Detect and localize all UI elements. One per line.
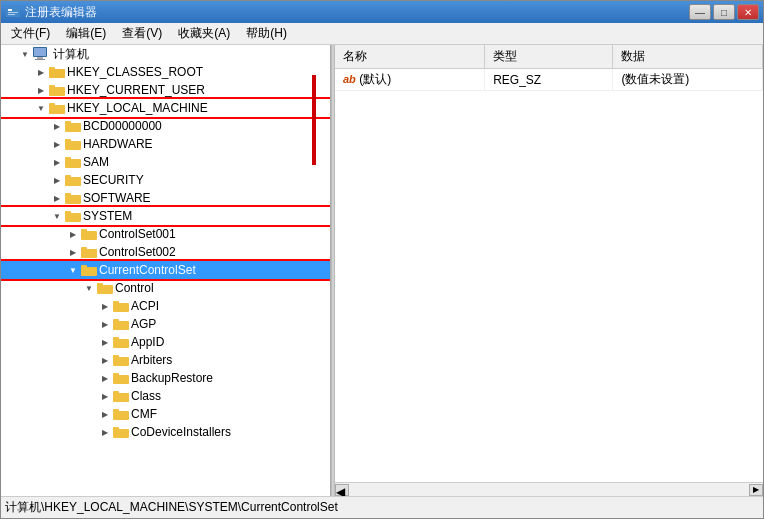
tree-row-arbiters[interactable]: Arbiters: [1, 351, 330, 369]
title-bar-controls: — □ ✕: [689, 4, 759, 20]
h-scrollbar[interactable]: ◀ ▶: [335, 482, 763, 496]
hkcr-label: HKEY_CLASSES_ROOT: [67, 65, 203, 79]
menu-file[interactable]: 文件(F): [3, 23, 58, 44]
tree-row-cs002[interactable]: ControlSet002: [1, 243, 330, 261]
expander-cs001[interactable]: [65, 226, 81, 242]
menu-edit[interactable]: 编辑(E): [58, 23, 114, 44]
tree-node-system: SYSTEM: [1, 207, 330, 441]
expander-sam[interactable]: [49, 154, 65, 170]
svg-rect-42: [113, 355, 119, 358]
cell-data: (数值未设置): [613, 69, 763, 91]
right-panel: 名称 类型 数据 ab (默认) REG_SZ: [335, 45, 763, 496]
tree-row-acpi[interactable]: ACPI: [1, 297, 330, 315]
svg-rect-44: [113, 373, 119, 376]
folder-icon-backuprestore: [113, 371, 129, 385]
svg-rect-34: [97, 283, 103, 286]
tree-scroll-container[interactable]: 计算机 HKEY_CLAS: [1, 45, 330, 496]
expander-appid[interactable]: [97, 334, 113, 350]
h-scroll-track[interactable]: [349, 484, 749, 496]
expander-bcd[interactable]: [49, 118, 65, 134]
expander-hardware[interactable]: [49, 136, 65, 152]
title-bar: 注册表编辑器 — □ ✕: [1, 1, 763, 23]
tree-row-agp[interactable]: AGP: [1, 315, 330, 333]
svg-rect-1: [8, 9, 12, 11]
tree-row-appid[interactable]: AppID: [1, 333, 330, 351]
tree-row-control[interactable]: Control: [1, 279, 330, 297]
tree-row-codeviceinstallers[interactable]: CoDeviceInstallers: [1, 423, 330, 441]
tree-row-hardware[interactable]: HARDWARE: [1, 135, 330, 153]
expander-hklm[interactable]: [33, 100, 49, 116]
close-button[interactable]: ✕: [737, 4, 759, 20]
expander-acpi[interactable]: [97, 298, 113, 314]
svg-rect-11: [49, 87, 65, 96]
tree-row-ccs[interactable]: CurrentControlSet: [1, 261, 330, 279]
folder-icon-arbiters: [113, 353, 129, 367]
expander-agp[interactable]: [97, 316, 113, 332]
tree-row-cs001[interactable]: ControlSet001: [1, 225, 330, 243]
tree-row-hklm[interactable]: HKEY_LOCAL_MACHINE: [1, 99, 330, 117]
svg-rect-35: [113, 303, 129, 312]
tree-row-computer[interactable]: 计算机: [1, 45, 330, 63]
folder-icon-cs002: [81, 245, 97, 259]
expander-class[interactable]: [97, 388, 113, 404]
expander-backuprestore[interactable]: [97, 370, 113, 386]
tree-row-hkcu[interactable]: HKEY_CURRENT_USER: [1, 81, 330, 99]
h-scroll-right-button[interactable]: ▶: [749, 484, 763, 496]
folder-icon-hardware: [65, 137, 81, 151]
svg-rect-15: [65, 123, 81, 132]
class-label: Class: [131, 389, 161, 403]
expander-cmf[interactable]: [97, 406, 113, 422]
expander-hkcr[interactable]: [33, 64, 49, 80]
computer-icon: [33, 47, 51, 61]
data-view[interactable]: 名称 类型 数据 ab (默认) REG_SZ: [335, 45, 763, 482]
tree-row-cmf[interactable]: CMF: [1, 405, 330, 423]
expander-ccs[interactable]: [65, 262, 81, 278]
svg-rect-41: [113, 357, 129, 366]
svg-rect-29: [81, 249, 97, 258]
tree-row-software[interactable]: SOFTWARE: [1, 189, 330, 207]
tree-row-backuprestore[interactable]: BackupRestore: [1, 369, 330, 387]
expander-control[interactable]: [81, 280, 97, 296]
svg-rect-13: [49, 105, 65, 114]
folder-icon-bcd: [65, 119, 81, 133]
svg-rect-40: [113, 337, 119, 340]
expander-codeviceinstallers[interactable]: [97, 424, 113, 440]
expander-software[interactable]: [49, 190, 65, 206]
svg-rect-48: [113, 409, 119, 412]
svg-rect-32: [81, 265, 87, 268]
h-scroll-left-button[interactable]: ◀: [335, 484, 349, 496]
minimize-button[interactable]: —: [689, 4, 711, 20]
computer-label: 计算机: [53, 46, 89, 63]
expander-hkcu[interactable]: [33, 82, 49, 98]
expander-computer[interactable]: [17, 46, 33, 62]
tree-row-class[interactable]: Class: [1, 387, 330, 405]
svg-rect-14: [49, 103, 55, 106]
svg-rect-21: [65, 177, 81, 186]
tree-row-sam[interactable]: SAM: [1, 153, 330, 171]
folder-icon-codeviceinstallers: [113, 425, 129, 439]
cmf-label: CMF: [131, 407, 157, 421]
sam-label: SAM: [83, 155, 109, 169]
col-name: 名称: [335, 45, 485, 69]
svg-rect-45: [113, 393, 129, 402]
tree-row-system[interactable]: SYSTEM: [1, 207, 330, 225]
menu-view[interactable]: 查看(V): [114, 23, 170, 44]
tree-row-bcd[interactable]: BCD00000000: [1, 117, 330, 135]
table-row[interactable]: ab (默认) REG_SZ (数值未设置): [335, 69, 763, 91]
cell-type: REG_SZ: [485, 69, 613, 91]
tree-row-hkcr[interactable]: HKEY_CLASSES_ROOT: [1, 63, 330, 81]
expander-security[interactable]: [49, 172, 65, 188]
folder-icon-cs001: [81, 227, 97, 241]
maximize-button[interactable]: □: [713, 4, 735, 20]
tree-row-security[interactable]: SECURITY: [1, 171, 330, 189]
expander-system[interactable]: [49, 208, 65, 224]
svg-rect-24: [65, 193, 71, 196]
folder-icon-acpi: [113, 299, 129, 313]
menu-help[interactable]: 帮助(H): [238, 23, 295, 44]
expander-cs002[interactable]: [65, 244, 81, 260]
expander-arbiters[interactable]: [97, 352, 113, 368]
col-data: 数据: [613, 45, 763, 69]
svg-rect-37: [113, 321, 129, 330]
menu-favorites[interactable]: 收藏夹(A): [170, 23, 238, 44]
status-bar: 计算机\HKEY_LOCAL_MACHINE\SYSTEM\CurrentCon…: [1, 496, 763, 518]
